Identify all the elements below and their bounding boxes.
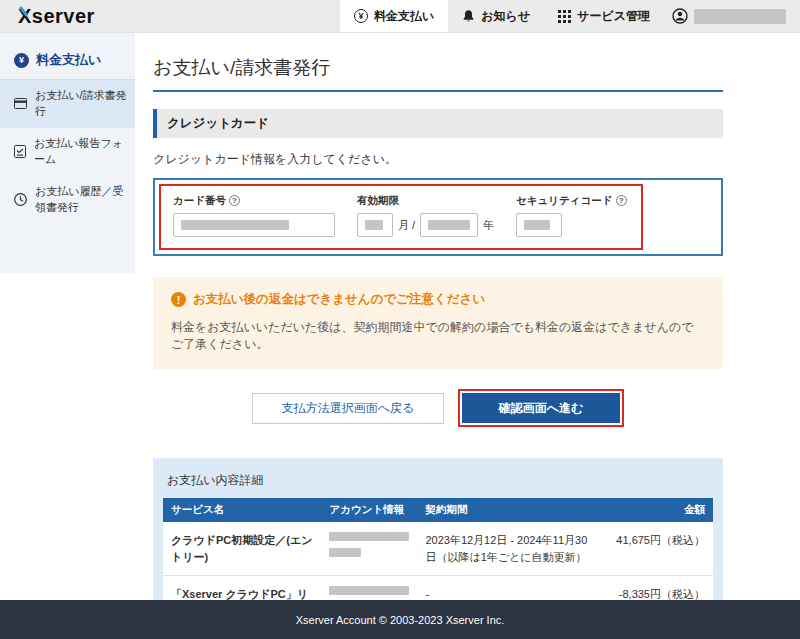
account-menu[interactable] bbox=[664, 0, 800, 32]
main-content: お支払い/請求書発行 クレジットカード クレジットカード情報を入力してください。… bbox=[135, 33, 740, 639]
sidebar: ¥ 料金支払い お支払い/請求書発行 お支払い報告フォーム お支払い履 bbox=[0, 33, 135, 273]
expiry-field-group: 有効期限 月 / 年 bbox=[357, 194, 494, 237]
col-amount: 金額 bbox=[602, 498, 713, 522]
notice-body-text: 料金をお支払いいただいた後は、契約期間途中での解約の場合でも料金の返金はできませ… bbox=[171, 319, 705, 353]
refund-notice: ! お支払い後の返金はできませんのでご注意ください 料金をお支払いいただいた後は… bbox=[153, 277, 723, 369]
red-annotation-card-fields: カード番号? 有効期限 月 / bbox=[159, 184, 643, 250]
expiry-year-redacted bbox=[428, 220, 470, 230]
card-icon bbox=[14, 98, 27, 109]
account-redacted bbox=[329, 586, 409, 595]
account-name-redacted bbox=[694, 9, 786, 24]
tab-news-label: お知らせ bbox=[481, 8, 530, 25]
card-number-input[interactable] bbox=[173, 213, 335, 237]
logo-rest: server bbox=[32, 5, 95, 28]
yen-circle-icon: ¥ bbox=[354, 9, 368, 23]
card-number-help-icon[interactable]: ? bbox=[229, 195, 240, 206]
details-title: お支払い内容詳細 bbox=[167, 472, 713, 489]
confirm-button[interactable]: 確認画面へ進む bbox=[462, 393, 620, 423]
xserver-logo[interactable]: Xserver bbox=[0, 0, 95, 32]
sidebar-item-report-form[interactable]: お支払い報告フォーム bbox=[0, 128, 135, 176]
tab-payment-label: 料金支払い bbox=[374, 8, 434, 25]
col-period: 契約期間 bbox=[417, 498, 602, 522]
cvv-field-group: セキュリティコード? bbox=[516, 194, 626, 237]
expiry-month-redacted bbox=[365, 220, 383, 230]
tab-services-label: サービス管理 bbox=[577, 8, 650, 25]
card-instruction-text: クレジットカード情報を入力してください。 bbox=[153, 151, 723, 168]
card-number-label: カード番号? bbox=[173, 194, 335, 208]
credit-card-form-box: カード番号? 有効期限 月 / bbox=[153, 178, 723, 256]
expiry-year-input[interactable] bbox=[420, 213, 478, 237]
header-spacer bbox=[95, 0, 340, 32]
expiry-year-suffix: 年 bbox=[483, 218, 494, 233]
cvv-label: セキュリティコード? bbox=[516, 194, 626, 208]
sidebar-item-label: お支払い/請求書発行 bbox=[35, 88, 127, 120]
tab-news[interactable]: お知らせ bbox=[448, 0, 544, 32]
card-number-field-group: カード番号? bbox=[173, 194, 335, 237]
action-buttons-row: 支払方法選択画面へ戻る 確認画面へ進む bbox=[153, 389, 723, 427]
cvv-input[interactable] bbox=[516, 213, 562, 237]
expiry-month-suffix: 月 / bbox=[398, 218, 415, 233]
section-header-credit-card: クレジットカード bbox=[153, 109, 723, 138]
sidebar-item-invoice[interactable]: お支払い/請求書発行 bbox=[0, 80, 135, 128]
sidebar-item-history[interactable]: お支払い履歴／受領書発行 bbox=[0, 176, 135, 224]
grid-icon bbox=[558, 10, 571, 23]
tab-services[interactable]: サービス管理 bbox=[544, 0, 664, 32]
bell-icon bbox=[462, 9, 475, 23]
tab-payment[interactable]: ¥ 料金支払い bbox=[340, 0, 448, 32]
col-account: アカウント情報 bbox=[321, 498, 417, 522]
contract-period: 2023年12月12日 - 2024年11月30日（以降は1年ごとに自動更新） bbox=[417, 522, 602, 576]
amount: 41,675円（税込） bbox=[602, 522, 713, 576]
sidebar-item-label: お支払い報告フォーム bbox=[34, 136, 127, 168]
account-info bbox=[321, 522, 417, 576]
top-header: Xserver ¥ 料金支払い お知らせ サービス管理 bbox=[0, 0, 800, 33]
account-redacted bbox=[329, 548, 361, 557]
card-number-redacted bbox=[181, 220, 289, 230]
page: Xserver ¥ 料金支払い お知らせ サービス管理 bbox=[0, 0, 800, 639]
page-title: お支払い/請求書発行 bbox=[153, 55, 723, 92]
user-circle-icon bbox=[672, 8, 688, 24]
expiry-label: 有効期限 bbox=[357, 194, 494, 208]
service-name: クラウドPC初期設定／(エントリー) bbox=[163, 522, 321, 576]
cvv-help-icon[interactable]: ? bbox=[616, 195, 627, 206]
copyright-text: Xserver Account © 2003-2023 Xserver Inc. bbox=[296, 614, 505, 626]
form-icon bbox=[14, 145, 26, 158]
table-header-row: サービス名 アカウント情報 契約期間 金額 bbox=[163, 498, 713, 522]
clock-icon bbox=[14, 193, 27, 206]
back-button[interactable]: 支払方法選択画面へ戻る bbox=[252, 393, 444, 424]
sidebar-section-label: 料金支払い bbox=[36, 51, 101, 69]
expiry-month-input[interactable] bbox=[357, 213, 393, 237]
logo-x-glyph: X bbox=[18, 5, 32, 28]
notice-title-text: お支払い後の返金はできませんのでご注意ください bbox=[193, 291, 485, 308]
sidebar-item-label: お支払い履歴／受領書発行 bbox=[35, 184, 127, 216]
account-redacted bbox=[329, 532, 409, 541]
cvv-redacted bbox=[524, 220, 550, 230]
warning-icon: ! bbox=[171, 292, 186, 307]
table-row: クラウドPC初期設定／(エントリー) 2023年12月12日 - 2024年11… bbox=[163, 522, 713, 576]
sidebar-section-payment: ¥ 料金支払い bbox=[0, 43, 135, 79]
red-annotation-confirm: 確認画面へ進む bbox=[458, 389, 624, 427]
page-footer: Xserver Account © 2003-2023 Xserver Inc. bbox=[0, 600, 800, 639]
col-service: サービス名 bbox=[163, 498, 321, 522]
yen-filled-circle-icon: ¥ bbox=[14, 53, 29, 68]
